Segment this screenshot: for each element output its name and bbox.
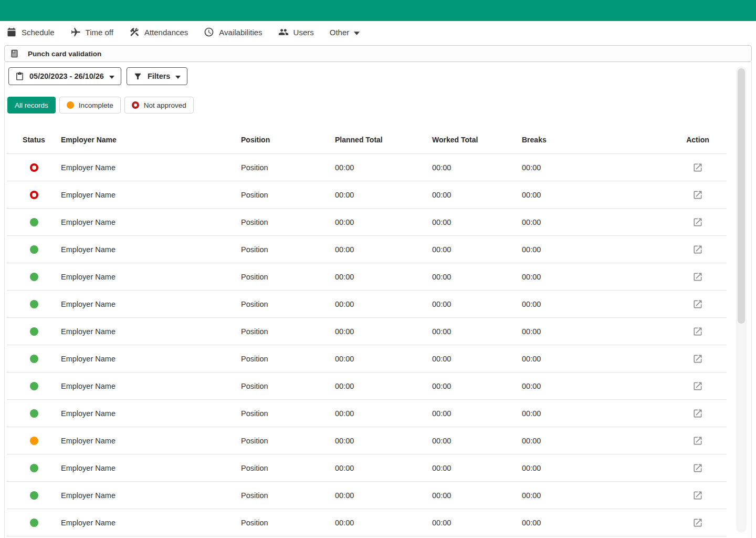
open-record-button[interactable] [691,407,704,420]
breaks-cell: 00:00 [522,437,669,445]
open-in-new-icon [692,190,703,200]
nav-item-users[interactable]: Users [278,27,314,37]
table-row: Employer Name Position 00:00 00:00 00:00 [7,291,727,318]
tools-icon [129,27,140,37]
planned-total-cell: 00:00 [335,409,432,418]
planned-total-cell: 00:00 [335,491,432,500]
punch-card-panel-body: 05/20/2023 - 26/10/26 Filters All record… [4,62,752,538]
vertical-scrollbar-track[interactable] [736,66,747,533]
worked-total-cell: 00:00 [432,355,522,363]
table-row: Employer Name Position 00:00 00:00 00:00 [7,427,727,454]
position-cell: Position [241,327,335,336]
breaks-cell: 00:00 [522,409,669,418]
worked-total-cell: 00:00 [432,245,522,254]
table-row: Employer Name Position 00:00 00:00 00:00 [7,181,727,209]
position-cell: Position [241,191,335,199]
punch-card-panel-header[interactable]: Punch card validation [4,45,752,62]
open-in-new-icon [692,244,703,255]
app-header-bar [0,0,756,21]
open-record-button[interactable] [691,161,704,174]
page-title: Punch card validation [28,50,101,58]
open-record-button[interactable] [691,434,704,447]
chip-incomplete[interactable]: Incomplete [59,97,121,113]
worked-total-cell: 00:00 [432,491,522,500]
open-record-button[interactable] [691,298,704,311]
date-range-button[interactable]: 05/20/2023 - 26/10/26 [8,67,121,85]
breaks-cell: 00:00 [522,382,669,390]
status-icon [30,163,38,172]
planned-total-cell: 00:00 [335,464,432,472]
employer-name-cell: Employer Name [61,218,241,226]
table-row: Employer Name Position 00:00 00:00 00:00 [7,509,727,536]
toolbar: 05/20/2023 - 26/10/26 Filters [5,62,751,85]
planned-total-cell: 00:00 [335,300,432,308]
table-row: Employer Name Position 00:00 00:00 00:00 [7,209,727,236]
open-record-button[interactable] [691,516,704,529]
position-cell: Position [241,218,335,226]
open-record-button[interactable] [691,271,704,283]
chip-label: Incomplete [79,101,113,109]
nav-label: Attendances [144,28,188,37]
planned-total-cell: 00:00 [335,519,432,527]
position-cell: Position [241,519,335,527]
table-row: Employer Name Position 00:00 00:00 00:00 [7,373,727,400]
filters-button[interactable]: Filters [127,67,188,85]
position-cell: Position [241,163,335,172]
chip-all-records[interactable]: All records [7,97,56,113]
nav-item-other[interactable]: Other [330,28,360,37]
nav-label: Time off [86,28,113,37]
users-icon [278,27,289,37]
employer-name-cell: Employer Name [61,464,241,472]
nav-label: Availabilities [219,28,262,37]
worked-total-cell: 00:00 [432,464,522,472]
employer-name-cell: Employer Name [61,437,241,445]
open-record-button[interactable] [691,216,704,229]
vertical-scrollbar-thumb[interactable] [738,68,745,324]
open-record-button[interactable] [691,243,704,256]
nav-item-schedule[interactable]: Schedule [6,27,55,37]
nav-label: Users [293,28,314,37]
status-filter-chips: All records Incomplete Not approved [7,97,751,113]
filters-label: Filters [148,72,171,80]
worked-total-cell: 00:00 [432,218,522,226]
employer-name-cell: Employer Name [61,273,241,281]
status-icon [30,409,38,418]
employer-name-cell: Employer Name [61,519,241,527]
chevron-down-icon [109,72,114,80]
column-header-action: Action [669,136,727,144]
open-in-new-icon [692,463,703,473]
employer-name-cell: Employer Name [61,409,241,418]
punch-card-icon [10,48,19,59]
open-record-button[interactable] [691,462,704,474]
open-in-new-icon [692,408,703,419]
funnel-icon [133,72,142,81]
breaks-cell: 00:00 [522,327,669,336]
table-row: Employer Name Position 00:00 00:00 00:00 [7,263,727,291]
open-record-button[interactable] [691,380,704,392]
breaks-cell: 00:00 [522,464,669,472]
open-record-button[interactable] [691,325,704,338]
status-icon [30,327,38,336]
worked-total-cell: 00:00 [432,300,522,308]
column-header-employer-name: Employer Name [61,136,241,144]
position-cell: Position [241,245,335,254]
planned-total-cell: 00:00 [335,327,432,336]
worked-total-cell: 00:00 [432,437,522,445]
open-record-button[interactable] [691,489,704,502]
chip-not-approved[interactable]: Not approved [124,97,194,113]
breaks-cell: 00:00 [522,491,669,500]
position-cell: Position [241,273,335,281]
nav-item-time-off[interactable]: Time off [70,27,113,37]
table-header-row: Status Employer Name Position Planned To… [7,126,727,154]
worked-total-cell: 00:00 [432,409,522,418]
planned-total-cell: 00:00 [335,191,432,199]
position-cell: Position [241,437,335,445]
nav-item-attendances[interactable]: Attendances [129,27,188,37]
table-row: Employer Name Position 00:00 00:00 00:00 [7,345,727,373]
date-range-value: 05/20/2023 - 26/10/26 [29,72,104,80]
nav-item-availabilities[interactable]: Availabilities [204,27,262,37]
open-record-button[interactable] [691,353,704,365]
open-record-button[interactable] [691,189,704,201]
planned-total-cell: 00:00 [335,218,432,226]
incomplete-dot-icon [67,101,74,109]
